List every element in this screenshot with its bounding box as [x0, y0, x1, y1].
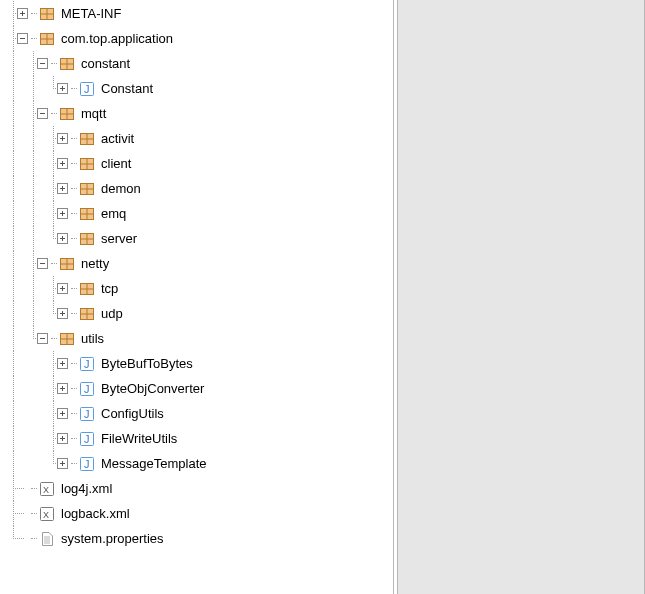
tree-item-log4j[interactable]: log4j.xml: [4, 476, 393, 501]
tree-label: ConfigUtils: [99, 406, 166, 421]
tree-label: client: [99, 156, 133, 171]
tree-item-app-pkg[interactable]: com.top.application: [4, 26, 393, 51]
tree-label: netty: [79, 256, 111, 271]
tree-label: constant: [79, 56, 132, 71]
text-file-icon: [39, 531, 55, 547]
package-icon: [79, 306, 95, 322]
tree-label: tcp: [99, 281, 120, 296]
collapse-toggle[interactable]: [37, 108, 48, 119]
tree-item-logback[interactable]: logback.xml: [4, 501, 393, 526]
tree-label: activit: [99, 131, 136, 146]
java-class-icon: [79, 456, 95, 472]
java-class-icon: [79, 381, 95, 397]
tree-label: udp: [99, 306, 125, 321]
package-icon: [59, 106, 75, 122]
expand-toggle[interactable]: [57, 433, 68, 444]
tree-item-mqtt-server[interactable]: server: [4, 226, 393, 251]
expand-toggle[interactable]: [57, 408, 68, 419]
tree-item-mqtt[interactable]: mqtt: [4, 101, 393, 126]
package-explorer[interactable]: META-INF com.top.application: [0, 0, 393, 594]
expand-toggle[interactable]: [57, 358, 68, 369]
tree-item-configutils[interactable]: ConfigUtils: [4, 401, 393, 426]
java-class-icon: [79, 406, 95, 422]
tree-label: Constant: [99, 81, 155, 96]
tree-item-netty[interactable]: netty: [4, 251, 393, 276]
tree-label: com.top.application: [59, 31, 175, 46]
tree-item-constant-class[interactable]: Constant: [4, 76, 393, 101]
tree-item-byteobjconverter[interactable]: ByteObjConverter: [4, 376, 393, 401]
expand-toggle[interactable]: [57, 83, 68, 94]
package-icon: [79, 206, 95, 222]
expand-toggle[interactable]: [57, 183, 68, 194]
tree-label: logback.xml: [59, 506, 132, 521]
tree-label: system.properties: [59, 531, 166, 546]
tree-item-meta-inf[interactable]: META-INF: [4, 1, 393, 26]
collapse-toggle[interactable]: [37, 258, 48, 269]
tree-item-system-properties[interactable]: system.properties: [4, 526, 393, 551]
tree-label: utils: [79, 331, 106, 346]
tree-item-utils[interactable]: utils: [4, 326, 393, 351]
tree-label: demon: [99, 181, 143, 196]
package-icon: [59, 256, 75, 272]
package-icon: [39, 6, 55, 22]
xml-file-icon: [39, 481, 55, 497]
project-tree: META-INF com.top.application: [0, 1, 393, 551]
package-icon: [79, 231, 95, 247]
tree-item-bytebuftobytes[interactable]: ByteBufToBytes: [4, 351, 393, 376]
expand-toggle[interactable]: [57, 208, 68, 219]
java-class-icon: [79, 81, 95, 97]
tree-label: META-INF: [59, 6, 123, 21]
tree-item-netty-tcp[interactable]: tcp: [4, 276, 393, 301]
tree-label: ByteObjConverter: [99, 381, 206, 396]
xml-file-icon: [39, 506, 55, 522]
tree-label: FileWriteUtils: [99, 431, 179, 446]
expand-toggle[interactable]: [57, 158, 68, 169]
expand-toggle[interactable]: [57, 233, 68, 244]
package-icon: [39, 31, 55, 47]
package-icon: [79, 131, 95, 147]
collapse-toggle[interactable]: [17, 33, 28, 44]
workspace: META-INF com.top.application: [0, 0, 645, 594]
tree-item-netty-udp[interactable]: udp: [4, 301, 393, 326]
tree-item-mqtt-emq[interactable]: emq: [4, 201, 393, 226]
package-icon: [59, 331, 75, 347]
tree-item-mqtt-demon[interactable]: demon: [4, 176, 393, 201]
tree-label: ByteBufToBytes: [99, 356, 195, 371]
collapse-toggle[interactable]: [37, 333, 48, 344]
java-class-icon: [79, 356, 95, 372]
package-icon: [79, 156, 95, 172]
editor-area-empty: [398, 0, 645, 594]
tree-item-constant[interactable]: constant: [4, 51, 393, 76]
expand-toggle[interactable]: [57, 458, 68, 469]
expand-toggle[interactable]: [57, 133, 68, 144]
tree-label: emq: [99, 206, 128, 221]
package-icon: [59, 56, 75, 72]
tree-label: server: [99, 231, 139, 246]
collapse-toggle[interactable]: [37, 58, 48, 69]
tree-label: log4j.xml: [59, 481, 114, 496]
tree-label: mqtt: [79, 106, 108, 121]
expand-toggle[interactable]: [17, 8, 28, 19]
tree-item-messagetemplate[interactable]: MessageTemplate: [4, 451, 393, 476]
tree-item-mqtt-activit[interactable]: activit: [4, 126, 393, 151]
package-icon: [79, 181, 95, 197]
tree-item-mqtt-client[interactable]: client: [4, 151, 393, 176]
expand-toggle[interactable]: [57, 308, 68, 319]
expand-toggle[interactable]: [57, 283, 68, 294]
java-class-icon: [79, 431, 95, 447]
package-icon: [79, 281, 95, 297]
tree-label: MessageTemplate: [99, 456, 209, 471]
tree-item-filewriteutils[interactable]: FileWriteUtils: [4, 426, 393, 451]
expand-toggle[interactable]: [57, 383, 68, 394]
